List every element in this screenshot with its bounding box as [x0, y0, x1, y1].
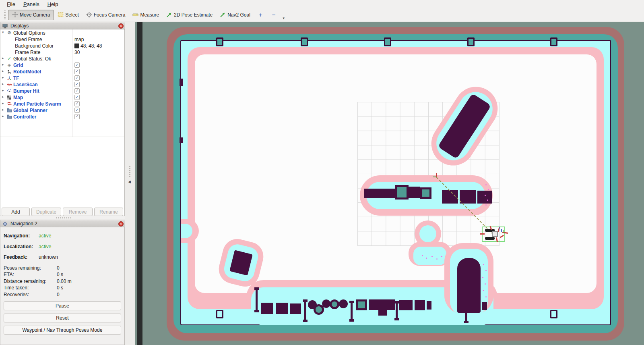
- expander-closed-icon[interactable]: ▸: [2, 75, 4, 79]
- obstacle: [276, 303, 288, 314]
- display-row-amcl-particle-swarm[interactable]: ▸Amcl Particle Swarm✓: [0, 101, 124, 107]
- laser-dot: [485, 184, 487, 185]
- expander-open-icon[interactable]: ▾: [2, 30, 4, 34]
- expander-closed-icon[interactable]: ▸: [2, 69, 4, 73]
- expander-closed-icon[interactable]: ▸: [2, 101, 4, 105]
- displays-close-button[interactable]: ✕: [118, 23, 124, 29]
- select-icon: [58, 12, 64, 18]
- obstacle-pole: [351, 301, 353, 321]
- waypoint-button[interactable]: Waypoint / Nav Through Poses Mode: [4, 326, 121, 335]
- display-row-tf[interactable]: ▸TF✓: [0, 75, 124, 81]
- obstacle: [415, 300, 425, 310]
- status-value: active: [39, 233, 51, 239]
- expander-closed-icon[interactable]: ▸: [2, 62, 4, 67]
- obstacle: [378, 310, 387, 316]
- tool-zoom-out[interactable]: −: [267, 10, 281, 20]
- menu-item-file[interactable]: File: [3, 1, 19, 8]
- obstacle: [364, 189, 396, 198]
- toolbar-overflow-arrow[interactable]: ▾: [283, 16, 285, 21]
- row-value[interactable]: 48; 48; 48: [74, 43, 102, 49]
- display-row-controller[interactable]: ▸Controller✓: [0, 114, 124, 120]
- display-row-global-planner[interactable]: ▸Global Planner✓: [0, 107, 124, 114]
- obstacle-pole: [304, 300, 306, 321]
- row-label: Global Planner: [13, 108, 47, 113]
- expander-closed-icon[interactable]: ▸: [2, 95, 4, 99]
- display-row-grid[interactable]: ▸◈Grid✓: [0, 62, 124, 69]
- row-label: Amcl Particle Swarm: [13, 101, 61, 107]
- display-row-bumper-hit[interactable]: ▸Bumper Hit✓: [0, 88, 124, 94]
- laser-dot: [441, 256, 442, 257]
- menu-item-help[interactable]: Help: [44, 1, 62, 8]
- reset-button[interactable]: Reset: [4, 314, 121, 322]
- stat-label: Distance remaining:: [4, 278, 46, 284]
- row-checkbox[interactable]: ✓: [74, 95, 80, 100]
- tool-nav2-goal[interactable]: Nav2 Goal: [216, 10, 254, 20]
- obstacle-pole: [396, 302, 398, 320]
- tool-focus-camera[interactable]: Focus Camera: [83, 10, 129, 20]
- stat-value: 0 s: [57, 285, 63, 291]
- robot-body: [492, 231, 498, 237]
- expander-closed-icon[interactable]: ▸: [2, 108, 4, 112]
- expander-closed-icon[interactable]: ▸: [2, 114, 4, 118]
- row-checkbox[interactable]: ✓: [74, 69, 80, 74]
- obstacle-inflation: [419, 225, 436, 242]
- display-row-laserscan[interactable]: ▸LaserScan✓: [0, 81, 124, 88]
- tool-label: Move Camera: [20, 12, 50, 18]
- row-label: Bumper Hit: [13, 88, 39, 94]
- row-label: TF: [13, 75, 19, 81]
- laser-dot: [482, 277, 483, 278]
- toolbar-drag-handle[interactable]: [4, 10, 6, 19]
- horizontal-splitter-handle[interactable]: [56, 217, 72, 218]
- expander-closed-icon[interactable]: ▸: [2, 56, 4, 60]
- displays-panel: Displays ✕ ▾⚙Global OptionsFixed Framema…: [0, 22, 125, 216]
- expander-closed-icon[interactable]: ▸: [2, 82, 4, 86]
- toolbar: Move CameraSelectFocus CameraMeasure2D P…: [0, 8, 644, 21]
- row-label: Global Status: Ok: [13, 56, 51, 62]
- pillar: [216, 37, 223, 46]
- stat-value: 0 s: [57, 272, 63, 277]
- stat-label: Time taken:: [4, 285, 29, 291]
- laser-dot: [485, 195, 486, 196]
- tool-measure[interactable]: Measure: [129, 10, 163, 20]
- row-checkbox[interactable]: ✓: [74, 75, 80, 81]
- tool-select[interactable]: Select: [54, 10, 82, 20]
- tool-zoom-in[interactable]: +: [254, 10, 267, 20]
- display-row-frame-rate[interactable]: Frame Rate30: [0, 49, 124, 56]
- tool-move-camera[interactable]: Move Camera: [8, 10, 54, 20]
- row-checkbox[interactable]: ✓: [74, 82, 80, 87]
- pillar: [301, 37, 308, 46]
- add-button[interactable]: Add: [2, 208, 30, 216]
- panel-splitter[interactable]: ◀: [125, 22, 136, 345]
- pause-button[interactable]: Pause: [4, 301, 121, 310]
- display-row-global-status-ok[interactable]: ▸✓Global Status: Ok: [0, 56, 124, 62]
- robot-wheel: [485, 237, 495, 240]
- pillar: [384, 37, 391, 46]
- row-checkbox[interactable]: ✓: [74, 114, 80, 119]
- row-checkbox[interactable]: ✓: [74, 108, 80, 113]
- row-checkbox[interactable]: ✓: [74, 62, 80, 68]
- row-checkbox[interactable]: ✓: [74, 88, 80, 94]
- row-checkbox[interactable]: ✓: [74, 101, 80, 106]
- stat-label: Poses remaining:: [4, 265, 41, 271]
- collapse-panel-icon[interactable]: ◀: [128, 180, 131, 184]
- menu-item-panels[interactable]: Panels: [20, 1, 43, 8]
- rename-button: Rename: [94, 208, 123, 216]
- display-row-map[interactable]: ▸Map✓: [0, 94, 124, 101]
- display-row-robotmodel[interactable]: ▸RobotModel✓: [0, 69, 124, 75]
- obstacle: [420, 187, 431, 199]
- pillar: [550, 37, 557, 46]
- map-view[interactable]: [135, 22, 644, 345]
- row-label: RobotModel: [13, 69, 41, 75]
- row-value[interactable]: 30: [74, 50, 80, 55]
- stat-label: ETA:: [4, 272, 14, 277]
- display-row-background-color[interactable]: Background Color48; 48; 48: [0, 43, 124, 49]
- navigation2-close-button[interactable]: ✕: [118, 221, 124, 227]
- tf-axis: [499, 227, 500, 231]
- row-value[interactable]: map: [74, 37, 84, 42]
- navigation2-icon: [2, 221, 8, 227]
- display-row-fixed-frame[interactable]: Fixed Framemap: [0, 36, 124, 43]
- display-row-global-options[interactable]: ▾⚙Global Options: [0, 30, 124, 36]
- tool-2d-pose-estimate[interactable]: 2D Pose Estimate: [163, 10, 216, 20]
- expander-closed-icon[interactable]: ▸: [2, 88, 4, 92]
- tool-label: Nav2 Goal: [227, 12, 250, 18]
